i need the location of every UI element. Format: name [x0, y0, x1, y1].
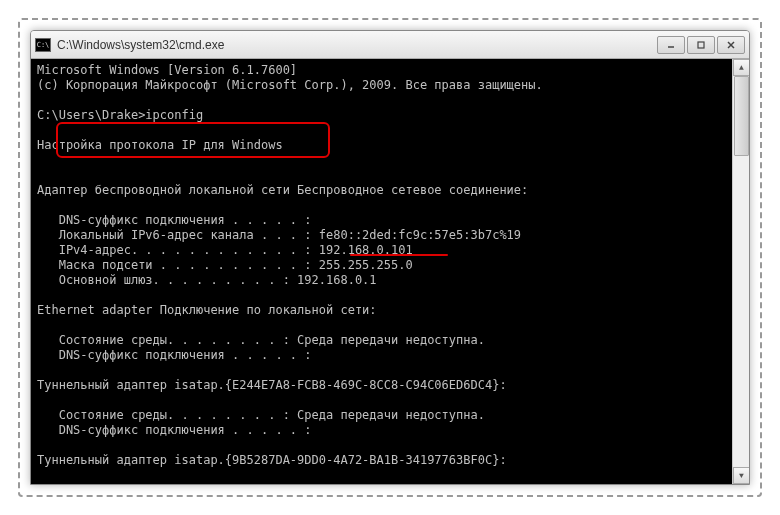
svg-rect-1 — [698, 42, 704, 48]
close-button[interactable] — [717, 36, 745, 54]
scroll-up-arrow[interactable]: ▲ — [733, 59, 750, 76]
titlebar[interactable]: C:\ C:\Windows\system32\cmd.exe — [31, 31, 749, 59]
terminal-output[interactable]: Microsoft Windows [Version 6.1.7600] (c)… — [31, 59, 749, 484]
scroll-thumb[interactable] — [734, 76, 749, 156]
window-controls — [657, 36, 745, 54]
cmd-icon: C:\ — [35, 38, 51, 52]
vertical-scrollbar[interactable]: ▲ ▼ — [732, 59, 749, 484]
maximize-button[interactable] — [687, 36, 715, 54]
cmd-window: C:\ C:\Windows\system32\cmd.exe Microsof… — [30, 30, 750, 485]
minimize-button[interactable] — [657, 36, 685, 54]
window-title: C:\Windows\system32\cmd.exe — [57, 38, 657, 52]
scroll-down-arrow[interactable]: ▼ — [733, 467, 750, 484]
